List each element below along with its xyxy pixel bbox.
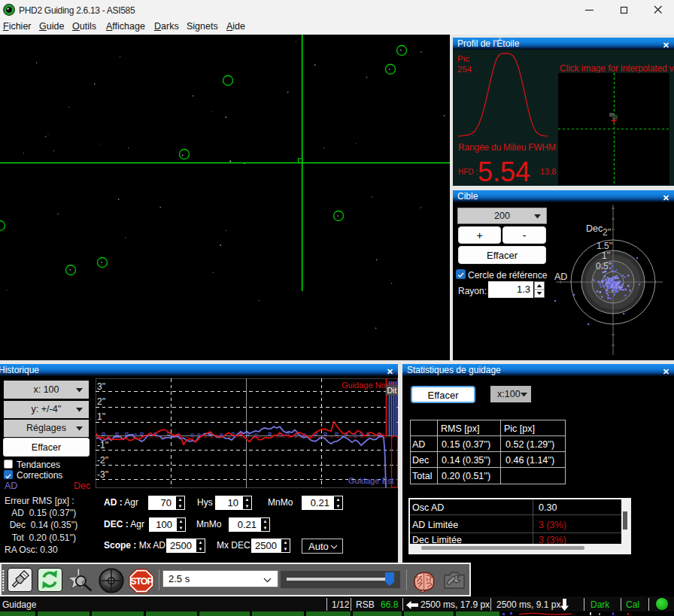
svg-text:Dec: Dec <box>412 455 429 466</box>
svg-text:0.46 (1.14''): 0.46 (1.14'') <box>506 455 554 466</box>
svg-text:3 (3%): 3 (3%) <box>539 520 566 530</box>
svg-text:Guidage Nord: Guidage Nord <box>342 381 393 390</box>
svg-text:0.30: 0.30 <box>539 502 557 513</box>
svg-text:0.52 (1.29''): 0.52 (1.29'') <box>506 439 554 450</box>
svg-text:3'': 3'' <box>97 381 105 392</box>
svg-text:2'': 2'' <box>97 396 105 407</box>
svg-text:Osc AD: Osc AD <box>412 502 444 513</box>
svg-text:-1'': -1'' <box>97 440 108 451</box>
svg-text:AD: AD <box>412 439 425 450</box>
svg-text:0.20 (0.51''): 0.20 (0.51'') <box>442 471 490 481</box>
svg-text:AD Limitée: AD Limitée <box>412 520 458 530</box>
svg-text:0.15 (0.37''): 0.15 (0.37'') <box>442 439 490 450</box>
svg-text:Total: Total <box>412 471 432 481</box>
svg-text:Pic [px]: Pic [px] <box>504 423 535 434</box>
svg-text:1'': 1'' <box>97 411 105 422</box>
svg-text:3 (3%): 3 (3%) <box>539 535 566 544</box>
svg-text:Dit: Dit <box>387 386 397 395</box>
svg-text:Dec Limitée: Dec Limitée <box>412 535 462 544</box>
svg-text:-3'': -3'' <box>97 469 108 480</box>
svg-text:-2'': -2'' <box>97 455 108 466</box>
svg-text:STOP: STOP <box>130 576 153 587</box>
svg-text:RMS [px]: RMS [px] <box>441 423 479 434</box>
svg-text:0.14 (0.35''): 0.14 (0.35'') <box>442 455 490 466</box>
svg-text:Guidage Est: Guidage Est <box>348 476 394 485</box>
